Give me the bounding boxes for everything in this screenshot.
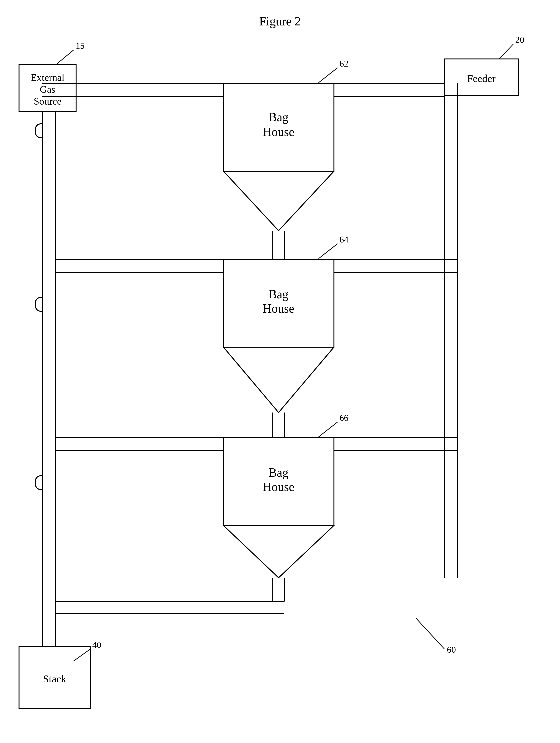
svg-text:Stack: Stack — [43, 673, 66, 685]
svg-text:40: 40 — [92, 640, 101, 650]
svg-line-33 — [319, 244, 337, 259]
svg-text:Gas: Gas — [40, 84, 55, 95]
svg-text:64: 64 — [339, 234, 348, 245]
svg-line-47 — [319, 422, 337, 437]
svg-line-21 — [319, 68, 337, 83]
svg-marker-44 — [224, 525, 334, 578]
svg-text:Feeder: Feeder — [467, 73, 496, 84]
svg-text:′: ′ — [340, 413, 342, 423]
svg-text:Source: Source — [34, 96, 61, 107]
svg-text:15: 15 — [76, 41, 85, 51]
svg-line-4 — [57, 50, 74, 64]
svg-text:Bag: Bag — [269, 288, 288, 301]
svg-text:House: House — [263, 302, 294, 315]
svg-marker-30 — [224, 347, 334, 412]
svg-text:20: 20 — [515, 35, 524, 45]
svg-line-8 — [499, 44, 513, 59]
svg-text:Bag: Bag — [269, 466, 288, 479]
svg-text:60: 60 — [447, 645, 456, 655]
svg-marker-17 — [224, 171, 334, 231]
svg-text:62: 62 — [339, 58, 348, 69]
svg-text:House: House — [263, 480, 294, 493]
svg-line-64 — [416, 618, 445, 649]
svg-text:Bag: Bag — [269, 110, 288, 124]
diagram-svg: text { font-family: 'Times New Roman', T… — [0, 0, 560, 743]
svg-text:External: External — [31, 72, 64, 83]
svg-text:House: House — [263, 125, 294, 139]
